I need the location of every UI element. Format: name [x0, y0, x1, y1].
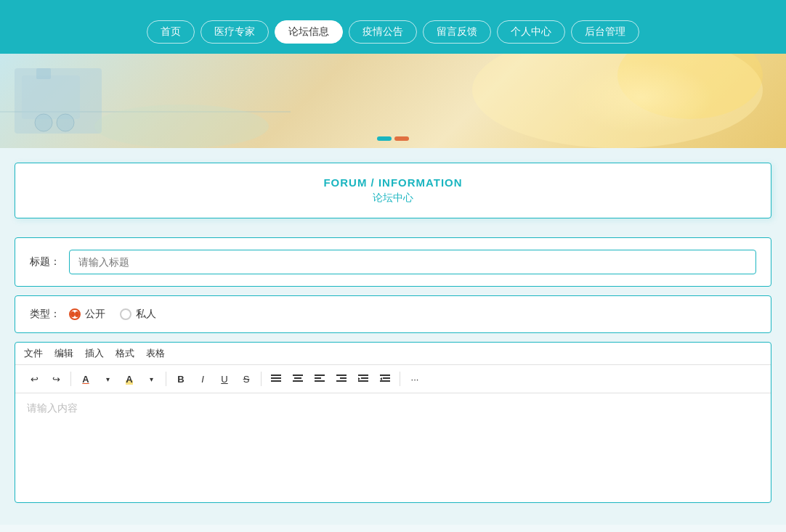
radio-circle-public [69, 308, 81, 320]
redo-button[interactable]: ↪ [46, 369, 66, 388]
top-bar [0, 0, 786, 13]
type-field-card: 类型： 公开 私人 [15, 295, 771, 333]
slider-dot-2[interactable] [394, 136, 409, 141]
underline-button[interactable]: U [214, 369, 235, 388]
highlight-button[interactable]: A [119, 369, 139, 388]
svg-rect-14 [315, 375, 325, 376]
navbar: 首页 医疗专家 论坛信息 疫情公告 留言反馈 个人中心 后台管理 [0, 13, 786, 54]
svg-rect-20 [358, 375, 368, 376]
forum-header-card: FORUM / INFORMATION 论坛中心 [15, 163, 771, 218]
outdent-button[interactable] [375, 369, 395, 388]
svg-rect-10 [271, 380, 281, 382]
form-area: 标题： 类型： 公开 私人 文件 [15, 230, 771, 510]
svg-rect-25 [383, 377, 390, 379]
editor-content[interactable]: 请输入内容 [15, 393, 771, 502]
indent-button[interactable] [353, 369, 373, 388]
type-label: 类型： [30, 308, 60, 321]
editor-toolbar: ↩ ↪ A ▾ A ▾ B I U [15, 365, 771, 393]
title-label: 标题： [30, 255, 60, 269]
radio-private-label: 私人 [136, 308, 156, 321]
svg-rect-13 [293, 380, 303, 382]
title-field-card: 标题： [15, 237, 771, 287]
svg-point-3 [57, 114, 74, 131]
radio-circle-private [120, 308, 131, 320]
nav-item-epidemic-notice[interactable]: 疫情公告 [349, 20, 417, 44]
menu-insert[interactable]: 插入 [85, 347, 104, 360]
svg-marker-23 [358, 377, 360, 380]
forum-title-en: FORUM / INFORMATION [30, 176, 756, 189]
svg-rect-2 [36, 68, 51, 79]
strike-button[interactable]: S [236, 369, 256, 388]
radio-public-label: 公开 [85, 308, 105, 321]
type-options: 公开 私人 [69, 308, 156, 321]
menu-format[interactable]: 格式 [116, 347, 134, 360]
font-color-dropdown[interactable]: ▾ [97, 369, 118, 388]
svg-rect-24 [380, 375, 390, 376]
svg-marker-27 [380, 377, 382, 380]
svg-rect-9 [271, 377, 281, 379]
svg-rect-22 [358, 380, 368, 382]
more-button[interactable]: ··· [405, 369, 425, 388]
svg-rect-12 [294, 377, 301, 379]
separator-1 [70, 372, 71, 386]
svg-point-4 [35, 114, 52, 131]
separator-3 [261, 372, 262, 386]
svg-rect-15 [315, 377, 321, 379]
bold-button[interactable]: B [171, 369, 191, 388]
slider-dots [377, 136, 409, 141]
svg-rect-18 [340, 377, 347, 379]
title-input[interactable] [69, 250, 756, 274]
nav-item-personal-center[interactable]: 个人中心 [497, 20, 565, 44]
separator-4 [400, 372, 400, 386]
svg-point-5 [94, 105, 269, 148]
nav-item-admin[interactable]: 后台管理 [571, 20, 639, 44]
forum-title-cn: 论坛中心 [30, 192, 756, 205]
main-content: FORUM / INFORMATION 论坛中心 标题： 类型： 公开 私人 [0, 148, 786, 525]
svg-rect-11 [293, 375, 303, 376]
radio-private[interactable]: 私人 [120, 308, 156, 321]
font-color-button[interactable]: A [76, 369, 96, 388]
svg-rect-19 [336, 380, 347, 382]
svg-rect-17 [336, 375, 347, 376]
italic-button[interactable]: I [193, 369, 213, 388]
nav-item-forum-info[interactable]: 论坛信息 [275, 20, 343, 44]
menu-edit[interactable]: 编辑 [54, 347, 73, 360]
nav-item-medical-expert[interactable]: 医疗专家 [200, 20, 269, 44]
svg-rect-16 [315, 380, 325, 382]
align-right-button[interactable] [331, 369, 352, 388]
svg-rect-26 [380, 380, 390, 382]
align-center-button[interactable] [288, 369, 308, 388]
svg-rect-21 [361, 377, 368, 379]
highlight-dropdown[interactable]: ▾ [141, 369, 161, 388]
hero-banner [0, 54, 786, 148]
nav-item-feedback[interactable]: 留言反馈 [423, 20, 491, 44]
menu-file[interactable]: 文件 [24, 347, 43, 360]
undo-button[interactable]: ↩ [24, 369, 44, 388]
slider-dot-1[interactable] [377, 136, 392, 141]
align-left-button[interactable] [309, 369, 330, 388]
nav-item-home[interactable]: 首页 [147, 20, 195, 44]
menu-table[interactable]: 表格 [146, 347, 165, 360]
svg-rect-1 [22, 75, 80, 119]
separator-2 [166, 372, 166, 386]
editor-menu-bar: 文件 编辑 插入 格式 表格 [15, 343, 771, 365]
svg-rect-8 [271, 375, 281, 376]
editor-card: 文件 编辑 插入 格式 表格 ↩ ↪ A ▾ A [15, 342, 771, 503]
align-justify-button[interactable] [266, 369, 286, 388]
radio-public[interactable]: 公开 [69, 308, 105, 321]
